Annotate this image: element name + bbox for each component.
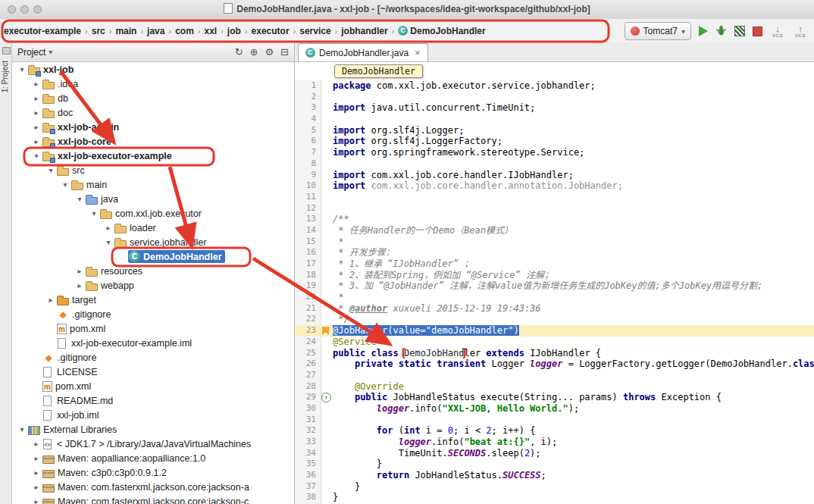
- gutter[interactable]: [321, 348, 333, 359]
- line-number[interactable]: 13: [295, 214, 321, 225]
- code-line-23[interactable]: 23@JobHander(value="demoJobHandler"): [295, 325, 814, 337]
- line-number[interactable]: 17: [295, 258, 321, 270]
- tree-item-maven-aopalliance-aopalliance-1-0[interactable]: ▸Maven: aopalliance:aopalliance:1.0: [12, 451, 294, 465]
- line-number[interactable]: 37: [295, 481, 321, 493]
- line-number[interactable]: 11: [295, 192, 321, 203]
- code-line-19[interactable]: 19 * 3、加 “@JobHander” 注解，注解value值为新增任务生成…: [295, 280, 814, 292]
- tree-toggle-icon[interactable]: ▸: [31, 454, 42, 462]
- gutter[interactable]: [321, 492, 333, 503]
- code-line-6[interactable]: 6import org.slf4j.LoggerFactory;: [295, 136, 814, 147]
- line-number[interactable]: 5: [295, 125, 321, 136]
- code-lines[interactable]: 1package com.xxl.job.executor.service.jo…: [295, 80, 814, 504]
- editor-breadcrumb-chip[interactable]: DemoJobHandler: [334, 64, 423, 78]
- line-number[interactable]: 14: [295, 225, 321, 236]
- bookmark-icon[interactable]: [322, 327, 329, 335]
- line-number[interactable]: 18: [295, 270, 321, 281]
- code-line-21[interactable]: 21 * @author xuxueli 2015-12-19 19:43:36: [295, 303, 814, 315]
- tree-toggle-icon[interactable]: ▸: [45, 296, 56, 304]
- gutter[interactable]: [321, 203, 333, 214]
- gutter[interactable]: [321, 225, 333, 236]
- line-number[interactable]: 9: [295, 170, 321, 181]
- gutter[interactable]: [321, 258, 333, 270]
- line-number[interactable]: 24: [295, 337, 321, 348]
- gutter[interactable]: [321, 481, 333, 493]
- debug-bug-icon[interactable]: [715, 24, 727, 39]
- tree-toggle-icon[interactable]: ▸: [74, 281, 85, 290]
- tree-item-pom-xml[interactable]: mpom.xml: [12, 379, 294, 393]
- tree-item-jdk1-7-library-java-javavirtualmachines[interactable]: ▸<>< JDK1.7 > /Library/Java/JavaVirtualM…: [12, 437, 294, 451]
- line-number[interactable]: 32: [295, 425, 321, 437]
- tree-item-xxl-job-admin[interactable]: ▸xxl-job-admin: [12, 120, 294, 134]
- gutter[interactable]: [321, 170, 333, 181]
- code-line-8[interactable]: 8: [295, 158, 814, 170]
- coverage-button[interactable]: [734, 26, 745, 36]
- tree-toggle-icon[interactable]: ▸: [31, 468, 42, 477]
- gutter[interactable]: [321, 247, 333, 258]
- tree-item-xxl-job-executor-example-iml[interactable]: xxl-job-executor-example.iml: [12, 336, 294, 350]
- gutter[interactable]: [321, 470, 333, 481]
- code-line-10[interactable]: 10import com.xxl.job.core.handler.annota…: [295, 180, 814, 192]
- line-number[interactable]: 21: [295, 303, 321, 315]
- gutter[interactable]: [321, 136, 333, 147]
- line-number[interactable]: 6: [295, 136, 321, 147]
- locate-icon[interactable]: ⊕: [250, 46, 258, 58]
- gutter[interactable]: [321, 147, 333, 158]
- gutter[interactable]: [321, 337, 333, 348]
- code-line-30[interactable]: 30 logger.info("XXL-JOB, Hello World.");: [295, 403, 814, 415]
- code-line-24[interactable]: 24@Service: [295, 337, 814, 348]
- gutter[interactable]: [321, 314, 333, 325]
- code-line-31[interactable]: 31: [295, 415, 814, 426]
- code-line-29[interactable]: 29↑ public JobHandleStatus execute(Strin…: [295, 392, 814, 403]
- line-number[interactable]: 26: [295, 358, 321, 370]
- gutter[interactable]: [321, 125, 333, 136]
- breadcrumb-item-demojobhandler[interactable]: CDemoJobHandler: [396, 25, 487, 37]
- line-number[interactable]: 2: [295, 92, 321, 103]
- code-line-25[interactable]: 25public class DemoJobHandler extends IJ…: [295, 348, 814, 359]
- tree-toggle-icon[interactable]: ▾: [17, 65, 27, 74]
- close-icon[interactable]: ×: [415, 47, 421, 58]
- breadcrumb-item-executor[interactable]: executor: [249, 25, 292, 37]
- line-number[interactable]: 27: [295, 370, 321, 381]
- line-number[interactable]: 20: [295, 292, 321, 303]
- vcs-update-button[interactable]: ↓VCS: [770, 25, 785, 38]
- code-line-37[interactable]: 37 }: [295, 481, 814, 493]
- gutter[interactable]: [321, 92, 333, 103]
- code-line-15[interactable]: 15 *: [295, 236, 814, 248]
- line-number[interactable]: 19: [295, 280, 321, 292]
- line-number[interactable]: 25: [295, 348, 321, 359]
- line-number[interactable]: 33: [295, 437, 321, 448]
- line-number[interactable]: 30: [295, 403, 321, 415]
- code-line-33[interactable]: 33 logger.info("beat at:{}", i);: [295, 437, 814, 448]
- tree-toggle-icon[interactable]: ▸: [103, 224, 114, 232]
- line-number[interactable]: 29: [295, 392, 321, 403]
- gutter[interactable]: [321, 403, 333, 415]
- tree-toggle-icon[interactable]: ▸: [31, 497, 42, 504]
- tree-item-resources[interactable]: ▸resources: [12, 264, 294, 278]
- tree-item-xxl-job[interactable]: ▾xxl-job: [12, 62, 294, 77]
- settings-gear-icon[interactable]: ⚙: [265, 46, 274, 58]
- tree-item-maven-com-fasterxml-jackson-core-jackson-c[interactable]: ▸Maven: com.fasterxml.jackson.core:jacks…: [12, 494, 294, 504]
- gutter[interactable]: [321, 415, 333, 426]
- gutter[interactable]: [321, 158, 333, 170]
- gutter[interactable]: [321, 114, 333, 125]
- line-number[interactable]: 10: [295, 180, 321, 192]
- line-number[interactable]: 1: [295, 80, 321, 92]
- breadcrumb-item-executor-example[interactable]: executor-example: [2, 25, 83, 37]
- tree-item-readme-md[interactable]: README.md: [12, 393, 294, 408]
- stop-button[interactable]: [753, 27, 762, 36]
- line-number[interactable]: 31: [295, 415, 321, 426]
- gutter[interactable]: [321, 303, 333, 315]
- code-line-38[interactable]: 38}: [295, 492, 814, 503]
- line-number[interactable]: 22: [295, 314, 321, 325]
- breadcrumb-item-service[interactable]: service: [297, 25, 333, 37]
- tree-toggle-icon[interactable]: ▾: [17, 425, 27, 434]
- line-number[interactable]: 8: [295, 158, 321, 170]
- tree-toggle-icon[interactable]: ▾: [31, 152, 42, 160]
- tree-item-loader[interactable]: ▸loader: [12, 221, 294, 235]
- gutter[interactable]: [321, 381, 333, 393]
- tree-item-com-xxl-job-executor[interactable]: ▾com.xxl.job.executor: [12, 206, 294, 221]
- override-icon[interactable]: ↑: [321, 393, 331, 402]
- line-number[interactable]: 28: [295, 381, 321, 393]
- code-line-32[interactable]: 32 for (int i = 0; i < 2; i++) {: [295, 425, 814, 437]
- tree-toggle-icon[interactable]: ▸: [31, 483, 42, 491]
